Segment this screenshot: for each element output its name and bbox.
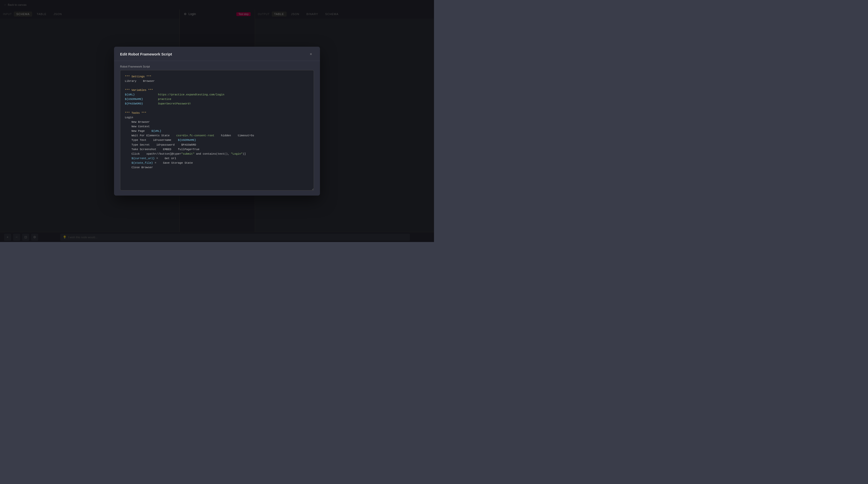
- modal-body: Robot Framework Script *** Settings *** …: [114, 61, 320, 196]
- modal-header: Edit Robot Framework Script ×: [114, 47, 320, 61]
- code-editor[interactable]: *** Settings *** Library Browser *** Var…: [120, 70, 314, 191]
- field-label: Robot Framework Script: [120, 65, 314, 68]
- modal-close-button[interactable]: ×: [308, 51, 314, 57]
- edit-script-modal: Edit Robot Framework Script × Robot Fram…: [114, 47, 320, 196]
- modal-overlay[interactable]: Edit Robot Framework Script × Robot Fram…: [0, 0, 434, 242]
- modal-title: Edit Robot Framework Script: [120, 52, 172, 56]
